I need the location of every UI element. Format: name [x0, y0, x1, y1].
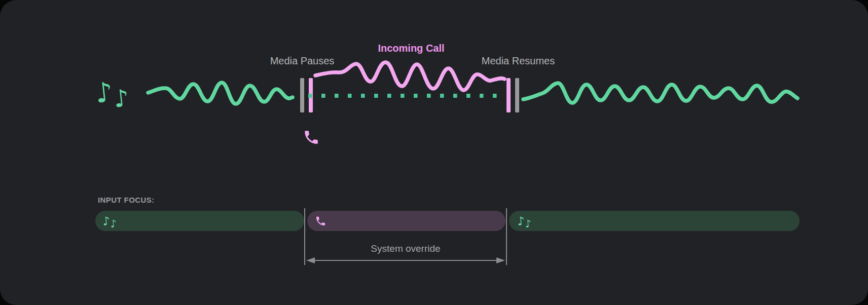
svg-text:♪: ♪: [102, 214, 111, 228]
media-waveform-left: [148, 83, 293, 104]
svg-text:♪: ♪: [517, 214, 525, 228]
resume-marker-gray: [515, 78, 519, 112]
music-notes-icon: ♪ ♪: [102, 214, 117, 230]
svg-text:♪: ♪: [110, 217, 117, 230]
system-override-label: System override: [305, 243, 507, 254]
input-focus-heading: INPUT FOCUS:: [98, 196, 154, 204]
media-resumes-label: Media Resumes: [482, 55, 555, 67]
incoming-call-label: Incoming Call: [378, 43, 444, 54]
override-divider-left: [304, 208, 305, 265]
music-notes-icon: ♪ ♪: [94, 76, 130, 113]
svg-text:♪: ♪: [112, 84, 130, 113]
svg-text:♪: ♪: [94, 76, 115, 109]
svg-text:♪: ♪: [524, 217, 532, 230]
resume-marker-pink: [507, 78, 511, 112]
media-waveform-right: [523, 83, 798, 103]
pause-marker-gray: [300, 78, 304, 112]
override-divider-right: [506, 208, 507, 265]
audio-focus-diagram-panel: Media Pauses Incoming Call Media Resumes…: [0, 0, 868, 305]
call-waveform: [315, 62, 504, 90]
phone-icon: [316, 217, 325, 225]
system-override-arrow: [306, 257, 505, 263]
media-pauses-label: Media Pauses: [270, 55, 335, 67]
music-notes-icon: ♪ ♪: [517, 214, 532, 230]
phone-icon: [305, 131, 318, 144]
